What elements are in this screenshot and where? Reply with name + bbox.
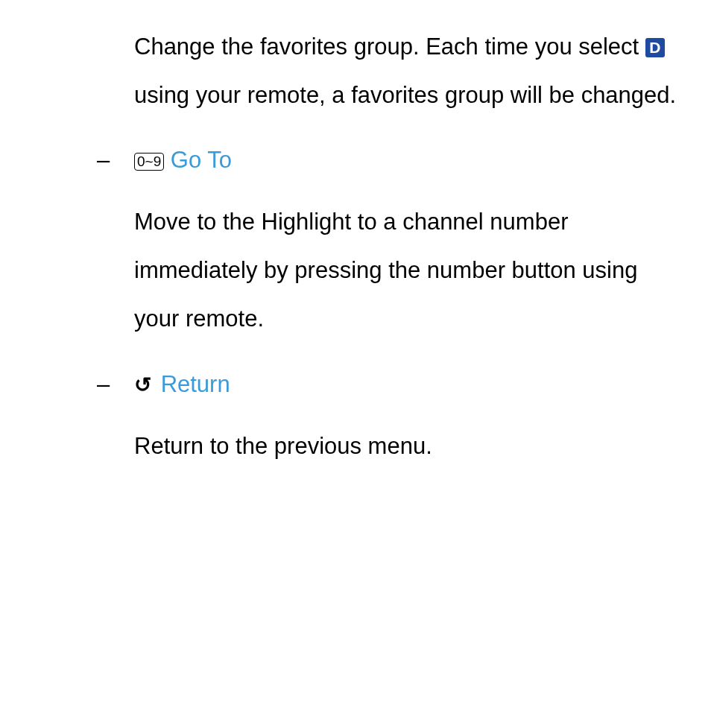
return-icon: ↺ — [134, 364, 151, 408]
dash-icon: – — [97, 136, 110, 184]
number-keys-icon: 0~9 — [134, 153, 164, 171]
dash-icon: – — [97, 360, 110, 408]
goto-label: Go To — [171, 147, 232, 173]
goto-item: – 0~9 Go To Move to the Highlight to a c… — [134, 136, 681, 343]
return-description: Return to the previous menu. — [134, 422, 681, 470]
return-label: Return — [161, 371, 230, 397]
favorites-text-before: Change the favorites group. Each time yo… — [134, 34, 645, 60]
favorites-description: Change the favorites group. Each time yo… — [134, 22, 681, 119]
d-button-icon: D — [645, 38, 665, 57]
return-item: – ↺ Return Return to the previous menu. — [134, 360, 681, 470]
goto-description: Move to the Highlight to a channel numbe… — [134, 197, 681, 343]
favorites-text-after: using your remote, a favorites group wil… — [134, 82, 676, 108]
